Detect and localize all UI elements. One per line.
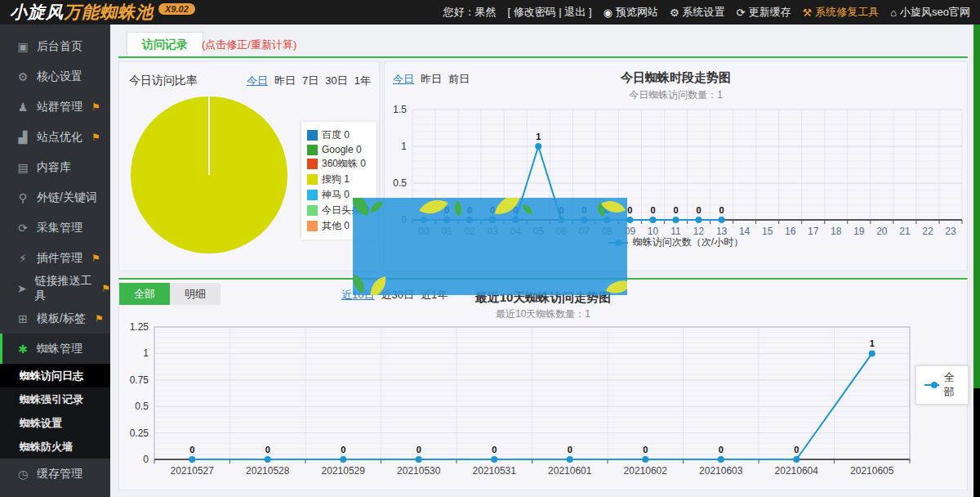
- repair-tool-link[interactable]: ⚒系统修复工具: [803, 5, 880, 20]
- monitor-icon: ▣: [16, 40, 29, 53]
- pie-slice-border: [208, 96, 210, 175]
- legend-item[interactable]: 百度 0: [307, 128, 371, 142]
- version-badge: X9.02: [158, 3, 195, 15]
- scrollbar-track: [973, 388, 980, 497]
- key-icon: ⚲: [16, 191, 29, 204]
- daily-legend[interactable]: 全部: [915, 365, 969, 405]
- sidebar-item-plugins[interactable]: ⚡插件管理⚑: [0, 243, 110, 273]
- pie-panel-header: 今日访问比率 今日 昨日 7日 30日 1年: [129, 74, 371, 88]
- header-menu: 您好：果然 [ 修改密码 | 退出 ] ◉预览网站 ⚙系统设置 ⟳更新缓存 ⚒系…: [443, 5, 970, 20]
- divider: |: [559, 6, 561, 18]
- sidebar-item-label: 核心设置: [37, 69, 82, 84]
- greeting-text: 您好：果然: [443, 5, 496, 20]
- daily-legend-label: 全部: [944, 370, 960, 400]
- filter-yesterday[interactable]: 昨日: [274, 74, 296, 88]
- submenu-item-spider-visit-log[interactable]: 蜘蛛访问日志: [0, 364, 110, 387]
- filter-1year[interactable]: 1年: [354, 74, 371, 88]
- svg-text:1.25: 1.25: [130, 322, 149, 333]
- sidebar-item-collection[interactable]: ⟳采集管理: [0, 213, 110, 243]
- svg-text:0.75: 0.75: [130, 374, 149, 386]
- leaf-icon: [601, 198, 626, 219]
- legend-line-marker: [924, 381, 939, 389]
- tab-visit-records[interactable]: 访问记录: [127, 32, 203, 56]
- svg-text:1: 1: [143, 347, 149, 359]
- eye-icon: ◉: [604, 7, 612, 19]
- leaf-icon: [368, 276, 388, 295]
- wrench-icon: ⚒: [803, 7, 813, 19]
- daily-panel: 全部 明细 近10日 近30日 近1年 最近10天蜘蛛访问走势图 最近10天蜘蛛…: [118, 278, 968, 490]
- header-bar: 小旋风万能蜘蛛池 X9.02 您好：果然 [ 修改密码 | 退出 ] ◉预览网站…: [0, 0, 980, 25]
- sidebar-item-site-group[interactable]: ♟站群管理⚑: [0, 92, 110, 122]
- sidebar-item-label: 蜘蛛管理: [37, 342, 82, 356]
- legend-item[interactable]: Google 0: [307, 144, 371, 155]
- legend-label: 神马 0: [322, 188, 350, 202]
- hourly-legend-label: 蜘蛛访问次数（次/小时）: [633, 235, 743, 249]
- filter-today[interactable]: 今日: [247, 74, 268, 88]
- sidebar-item-label: 内容库: [37, 160, 71, 175]
- pie-panel: 今日访问比率 今日 昨日 7日 30日 1年 百度 0Google 0360蜘蛛…: [118, 61, 380, 271]
- svg-text:20210604: 20210604: [775, 465, 819, 477]
- svg-text:0: 0: [143, 454, 149, 465]
- home-icon: ⌂: [890, 7, 897, 19]
- tab-underline: [118, 56, 968, 58]
- sidebar-item-content-library[interactable]: ▤内容库: [0, 152, 110, 182]
- sidebar-item-link-push[interactable]: ➤链接推送工具⚑: [0, 273, 110, 303]
- sidebar-item-spider-manage[interactable]: ✱蜘蛛管理: [0, 334, 110, 364]
- submenu-item-spider-pull-record[interactable]: 蜘蛛强引记录: [0, 387, 110, 411]
- sidebar-item-core-settings[interactable]: ⚙核心设置: [0, 61, 110, 92]
- sync-icon: ⟳: [16, 222, 29, 235]
- preview-site-link[interactable]: ◉预览网站: [604, 5, 658, 20]
- legend-label: Google 0: [322, 144, 362, 155]
- sidebar-item-label: 模板/标签: [37, 311, 86, 326]
- sidebar-item-links-keywords[interactable]: ⚲外链/关键词: [0, 182, 110, 213]
- svg-text:0.5: 0.5: [135, 401, 149, 412]
- official-site-link[interactable]: ⌂小旋风seo官网: [890, 5, 970, 20]
- svg-text:20210602: 20210602: [624, 465, 668, 477]
- pin-icon: ⚑: [91, 132, 100, 143]
- sidebar-item-label: 站点优化: [37, 130, 82, 145]
- system-settings-link[interactable]: ⚙系统设置: [670, 5, 725, 20]
- submenu-item-spider-firewall[interactable]: 蜘蛛防火墙: [0, 435, 110, 459]
- filter-7days[interactable]: 7日: [302, 74, 318, 88]
- app-logo: 小旋风万能蜘蛛池: [10, 1, 154, 24]
- svg-text:0: 0: [650, 205, 655, 215]
- filter-30days[interactable]: 30日: [325, 74, 347, 88]
- svg-text:0: 0: [416, 445, 421, 454]
- sidebar-item-label: 外链/关键词: [37, 190, 97, 205]
- svg-text:20210603: 20210603: [699, 465, 743, 477]
- legend-item[interactable]: 搜狗 1: [307, 172, 371, 186]
- svg-text:0.5: 0.5: [393, 177, 407, 189]
- sidebar-item-dashboard[interactable]: ▣后台首页: [0, 31, 110, 61]
- logout-link[interactable]: 退出: [564, 6, 586, 18]
- svg-text:1: 1: [870, 338, 875, 348]
- pie-filters: 今日 昨日 7日 30日 1年: [247, 74, 371, 88]
- submenu-item-spider-settings[interactable]: 蜘蛛设置: [0, 411, 110, 435]
- grid-icon: ⊞: [16, 312, 29, 325]
- sidebar-item-templates[interactable]: ⊞模板/标签⚑: [0, 303, 110, 334]
- clock-icon: ◷: [16, 468, 29, 481]
- legend-label: 360蜘蛛 0: [322, 157, 366, 171]
- change-password-link[interactable]: 修改密码: [514, 6, 556, 18]
- gear-icon: ⚙: [670, 7, 679, 19]
- svg-text:20210605: 20210605: [850, 465, 894, 477]
- svg-text:0: 0: [673, 205, 678, 215]
- spider-icon: ✱: [16, 343, 29, 356]
- spider-submenu: 蜘蛛访问日志 蜘蛛强引记录 蜘蛛设置 蜘蛛防火墙: [0, 364, 110, 459]
- legend-item[interactable]: 360蜘蛛 0: [307, 157, 371, 171]
- pin-icon: ⚑: [101, 283, 110, 294]
- chart-icon: ▟: [16, 131, 29, 144]
- svg-text:20210527: 20210527: [171, 465, 215, 477]
- svg-text:0: 0: [189, 445, 194, 454]
- bracket-open: [: [507, 6, 510, 18]
- sidebar-item-site-optimize[interactable]: ▟站点优化⚑: [0, 122, 110, 152]
- plugin-icon: ⚡: [16, 252, 29, 265]
- refresh-cache-link[interactable]: ⟳更新缓存: [737, 5, 791, 20]
- scrollbar-thumb[interactable]: [973, 25, 980, 388]
- legend-swatch: [307, 174, 318, 185]
- logo-part1: 小旋风: [10, 2, 64, 21]
- recalculate-link[interactable]: (点击修正/重新计算): [202, 38, 296, 52]
- daily-line-chart[interactable]: 00.250.50.7511.2520210527202105282021052…: [123, 322, 964, 481]
- sidebar-item-cache-manage[interactable]: ◷缓存管理: [0, 459, 110, 489]
- document-icon: ▤: [16, 161, 29, 174]
- leaf-icon: [353, 198, 372, 216]
